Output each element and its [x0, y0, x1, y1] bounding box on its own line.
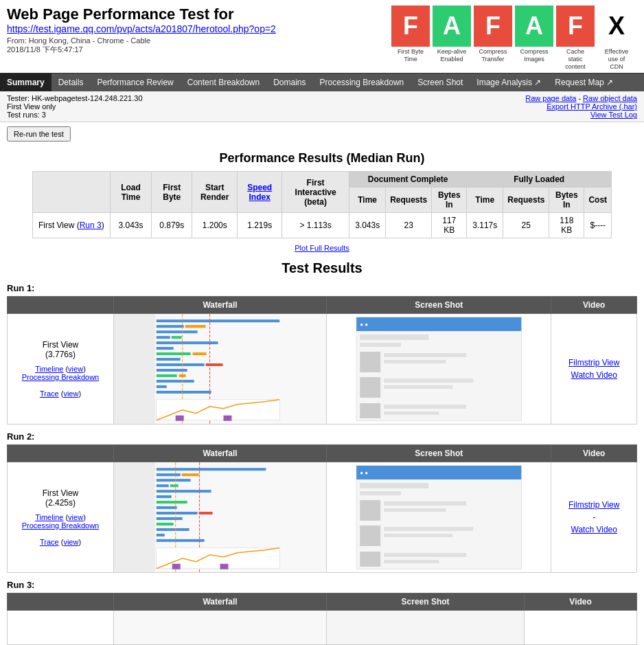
run2-trace-link[interactable]: Trace [40, 538, 59, 546]
run1-view-title: First View [11, 340, 110, 350]
info-right: Raw page data - Raw object data Export H… [525, 94, 637, 119]
speed-index-link[interactable]: Speed Index [247, 183, 272, 202]
run1-filmstrip-link[interactable]: Filmstrip View [558, 358, 630, 367]
run1-waterfall-cell [114, 314, 327, 425]
svg-rect-8 [157, 342, 218, 345]
svg-rect-40 [384, 411, 439, 415]
run1-timeline-link[interactable]: Timeline [35, 365, 63, 373]
run1-video-cell: Filmstrip View Watch Video [551, 314, 637, 425]
svg-rect-58 [157, 534, 165, 536]
run2-timeline-link[interactable]: Timeline [35, 513, 63, 521]
row-doc-requests: 23 [386, 213, 432, 238]
page-url[interactable]: https://test.igame.qq.com/pvp/acts/a2018… [7, 23, 276, 34]
run2-trace-view-link[interactable]: view [63, 538, 78, 546]
run2-processing-link[interactable]: Processing Breakdown [22, 521, 100, 530]
nav-item-details[interactable]: Details [51, 73, 91, 91]
nav-item-request-map[interactable]: Request Map ↗ [548, 73, 620, 91]
run3-video-cell [525, 611, 637, 645]
tester-info: Tester: HK-webpagetest-124.248.221.30 [7, 94, 143, 102]
col-empty [32, 172, 110, 213]
svg-rect-70 [360, 491, 401, 495]
svg-rect-57 [157, 528, 189, 531]
info-left: Tester: HK-webpagetest-124.248.221.30 Fi… [7, 94, 143, 119]
row-load-time: 3.043s [110, 213, 152, 238]
plot-full-results-link[interactable]: Plot Full Results [295, 244, 349, 252]
run3-table: Waterfall Screen Shot Video [7, 593, 637, 645]
svg-rect-54 [199, 512, 213, 514]
grade-compress-transfer-letter: F [485, 12, 501, 41]
col-fully-loaded: Fully Loaded [467, 172, 612, 188]
nav-item-screen-shot[interactable]: Screen Shot [411, 73, 470, 91]
svg-text:● ●: ● ● [360, 470, 368, 476]
nav-item-image-analysis[interactable]: Image Analysis ↗ [470, 73, 548, 91]
svg-rect-73 [384, 508, 446, 512]
run1-header: Run 1: [7, 283, 637, 293]
run1-view-time: (3.776s) [11, 350, 110, 359]
run2-view-time: (2.425s) [11, 498, 110, 508]
svg-rect-6 [157, 337, 170, 339]
col-doc-complete: Document Complete [349, 172, 467, 188]
svg-rect-79 [384, 560, 439, 563]
run2-table: Waterfall Screen Shot Video First View (… [7, 444, 637, 573]
svg-rect-25 [223, 416, 231, 421]
svg-rect-27 [356, 317, 521, 331]
raw-object-data-link[interactable]: Raw object data [583, 94, 637, 102]
run2-watch-video-link[interactable]: Watch Video [558, 525, 630, 534]
view-test-log-link[interactable]: View Test Log [590, 111, 637, 119]
run3-waterfall-cell [114, 611, 327, 645]
run1-waterfall-viz [114, 314, 326, 424]
svg-rect-59 [157, 539, 205, 542]
info-bar: Tester: HK-webpagetest-124.248.221.30 Fi… [0, 91, 644, 122]
svg-rect-48 [170, 485, 179, 488]
svg-rect-50 [157, 495, 172, 498]
svg-rect-12 [157, 358, 181, 361]
export-http-link[interactable]: Export HTTP Archive (.har) [547, 102, 637, 111]
page-header: Web Page Performance Test for https://te… [0, 0, 644, 73]
svg-rect-72 [384, 501, 466, 506]
svg-rect-10 [157, 352, 191, 355]
grade-compress-images: A CompressImages [515, 5, 553, 63]
nav-item-domains[interactable]: Domains [266, 73, 312, 91]
run1-watch-video-link[interactable]: Watch Video [558, 370, 630, 380]
run2-separator: - [558, 512, 630, 522]
svg-rect-38 [360, 403, 380, 418]
run2-screenshot-cell: ● ● [327, 462, 551, 573]
nav-item-summary[interactable]: Summary [0, 73, 51, 91]
run1-processing-link[interactable]: Processing Breakdown [22, 373, 100, 381]
svg-rect-32 [360, 352, 380, 372]
grade-cache-static-label: Cachestaticcontent [565, 48, 586, 70]
svg-rect-78 [384, 553, 466, 557]
run2-links: Timeline (view) Processing Breakdown Tra… [11, 513, 110, 546]
svg-rect-33 [384, 353, 466, 357]
run1-trace-link[interactable]: Trace [40, 389, 59, 398]
svg-text:● ●: ● ● [360, 321, 368, 328]
header-text: Web Page Performance Test for https://te… [7, 5, 383, 55]
raw-page-data-link[interactable]: Raw page data [525, 94, 576, 102]
run1-th-video: Video [551, 297, 637, 314]
grade-cache-static-letter: F [568, 12, 583, 41]
row-fl-time: 3.117s [467, 213, 503, 238]
grade-first-byte-letter: F [403, 12, 418, 41]
row-label: First View (Run 3) [32, 213, 110, 238]
run2-filmstrip-link[interactable]: Filmstrip View [558, 500, 630, 510]
run3-link[interactable]: Run 3 [80, 220, 102, 230]
run1-timeline-view-link[interactable]: view [68, 365, 83, 373]
run2-timeline-view-link[interactable]: view [68, 513, 83, 521]
run1-table: Waterfall Screen Shot Video First View (… [7, 296, 637, 425]
svg-rect-2 [157, 320, 279, 323]
row-fl-requests: 25 [503, 213, 549, 238]
svg-rect-13 [157, 363, 205, 366]
col-first-interactive: First Interactive (beta) [282, 172, 349, 213]
nav-item-processing-breakdown[interactable]: Processing Breakdown [313, 73, 411, 91]
run3-th-empty [8, 593, 114, 611]
col-fl-cost: Cost [584, 188, 612, 213]
grade-first-byte-label: First ByteTime [398, 48, 424, 63]
run1-trace-view-link[interactable]: view [63, 389, 78, 398]
nav-item-performance-review[interactable]: Performance Review [90, 73, 180, 91]
svg-rect-44 [157, 474, 181, 477]
svg-rect-55 [157, 517, 183, 520]
svg-rect-77 [360, 552, 380, 567]
rerun-button[interactable]: Re-run the test [7, 126, 71, 142]
col-fl-bytes: Bytes In [549, 188, 584, 213]
nav-item-content-breakdown[interactable]: Content Breakdown [181, 73, 266, 91]
